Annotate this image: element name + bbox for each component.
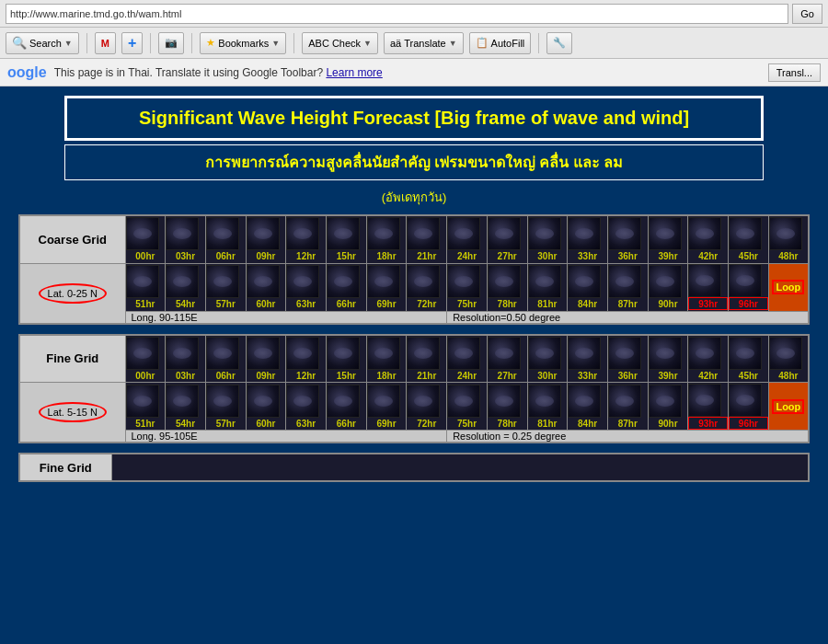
translate-arrow: ▼	[449, 39, 457, 48]
fine-hour-cell-84[interactable]: 84hr	[568, 383, 608, 431]
fine-long-cell: Long. 95-105E	[125, 431, 447, 443]
search-button[interactable]: 🔍 Search ▼	[6, 32, 79, 54]
hour-cell-27[interactable]: 27hr	[487, 215, 527, 263]
coarse-lat-label: Lat. 0-25 N	[39, 283, 107, 304]
fine-hour-cell-03[interactable]: 03hr	[166, 335, 206, 383]
hour-cell-81[interactable]: 81hr	[527, 263, 568, 311]
fine-hour-cell-75[interactable]: 75hr	[447, 383, 488, 431]
hour-cell-51[interactable]: 51hr	[125, 263, 166, 311]
camera-button[interactable]: 📷	[158, 32, 184, 54]
fine-hour-cell-57[interactable]: 57hr	[205, 383, 246, 431]
coarse-grid-table: Coarse Grid 00hr 03hr 06hr 09hr 12hr	[18, 214, 810, 325]
fine-grid2-table: Fine Grid	[18, 453, 810, 482]
translate-label: Translate	[404, 38, 445, 49]
fine-loop-cell[interactable]: Loop	[768, 383, 809, 431]
fine-hour-cell-39[interactable]: 39hr	[648, 335, 688, 383]
fine-hour-cell-72[interactable]: 72hr	[407, 383, 447, 431]
hour-cell-09[interactable]: 09hr	[246, 215, 286, 263]
fine-hour-cell-36[interactable]: 36hr	[607, 335, 648, 383]
fine-hour-cell-15[interactable]: 15hr	[327, 335, 367, 383]
hour-cell-57[interactable]: 57hr	[205, 263, 246, 311]
fine-hour-cell-18[interactable]: 18hr	[366, 335, 407, 383]
hour-cell-39[interactable]: 39hr	[648, 215, 688, 263]
hour-cell-33[interactable]: 33hr	[568, 215, 608, 263]
hour-cell-03[interactable]: 03hr	[166, 215, 206, 263]
autofill-button[interactable]: 📋 AutoFill	[469, 32, 532, 54]
hour-cell-90[interactable]: 90hr	[648, 263, 688, 311]
coarse-loop-cell[interactable]: Loop	[768, 263, 809, 311]
thai-title-box: การพยากรณ์ความสูงคลื่นนัยสำคัญ เฟรมขนาดใ…	[64, 144, 764, 180]
settings-button[interactable]: 🔧	[546, 32, 572, 54]
hour-cell-69[interactable]: 69hr	[366, 263, 407, 311]
hour-cell-96[interactable]: 96hr	[729, 263, 769, 311]
fine-hour-cell-54[interactable]: 54hr	[166, 383, 206, 431]
hour-cell-66[interactable]: 66hr	[327, 263, 367, 311]
translate-page-button[interactable]: Transl...	[768, 63, 821, 82]
hour-cell-93[interactable]: 93hr	[688, 263, 729, 311]
fine-grid-title: Fine Grid	[19, 335, 125, 383]
fine-hour-cell-93[interactable]: 93hr	[688, 383, 729, 431]
fine-hour-cell-81[interactable]: 81hr	[527, 383, 568, 431]
address-input[interactable]	[6, 4, 788, 24]
fine-hour-cell-69[interactable]: 69hr	[366, 383, 407, 431]
fine-hour-cell-27[interactable]: 27hr	[487, 335, 527, 383]
hour-cell-24[interactable]: 24hr	[447, 215, 488, 263]
hour-cell-42[interactable]: 42hr	[688, 215, 729, 263]
fine-hour-cell-78[interactable]: 78hr	[487, 383, 527, 431]
hour-cell-63[interactable]: 63hr	[286, 263, 327, 311]
coarse-long-cell: Long. 90-115E	[125, 311, 447, 324]
fine-hour-cell-63[interactable]: 63hr	[286, 383, 327, 431]
hour-cell-54[interactable]: 54hr	[166, 263, 206, 311]
fine-hour-cell-90[interactable]: 90hr	[648, 383, 688, 431]
hour-cell-21[interactable]: 21hr	[407, 215, 447, 263]
fine-loop-label: Loop	[772, 399, 804, 414]
fine-hour-cell-42[interactable]: 42hr	[688, 335, 729, 383]
fine-hour-cell-48[interactable]: 48hr	[768, 335, 809, 383]
fine-hour-cell-51[interactable]: 51hr	[125, 383, 166, 431]
coarse-lat-cell: Lat. 0-25 N	[19, 263, 125, 324]
update-text: (อัพเดทุกวัน)	[18, 188, 810, 207]
hour-cell-12[interactable]: 12hr	[286, 215, 327, 263]
fine-hour-cell-06[interactable]: 06hr	[205, 335, 246, 383]
hour-cell-36[interactable]: 36hr	[607, 215, 648, 263]
hour-cell-75[interactable]: 75hr	[447, 263, 488, 311]
hour-cell-30[interactable]: 30hr	[527, 215, 568, 263]
fine-hour-cell-30[interactable]: 30hr	[527, 335, 568, 383]
learn-more-link[interactable]: Learn more	[326, 66, 382, 79]
fine-hour-cell-21[interactable]: 21hr	[407, 335, 447, 383]
page-content: Significant Wave Height Forecast [Big fr…	[0, 86, 828, 644]
hour-cell-48[interactable]: 48hr	[768, 215, 809, 263]
hour-cell-78[interactable]: 78hr	[487, 263, 527, 311]
fine-hour-cell-45[interactable]: 45hr	[729, 335, 769, 383]
check-button[interactable]: ABC Check ▼	[302, 32, 378, 54]
plus-button[interactable]: +	[121, 32, 143, 54]
fine-lat-cell: Lat. 5-15 N	[19, 383, 125, 443]
hour-cell-45[interactable]: 45hr	[729, 215, 769, 263]
hour-cell-15[interactable]: 15hr	[327, 215, 367, 263]
fine-hour-cell-96[interactable]: 96hr	[729, 383, 769, 431]
hour-cell-00[interactable]: 00hr	[125, 215, 166, 263]
hour-cell-06[interactable]: 06hr	[205, 215, 246, 263]
translate-button[interactable]: aä Translate ▼	[384, 32, 464, 54]
fine-hour-cell-66[interactable]: 66hr	[327, 383, 367, 431]
fine-hour-cell-12[interactable]: 12hr	[286, 335, 327, 383]
separator4	[293, 33, 294, 53]
hour-cell-60[interactable]: 60hr	[246, 263, 286, 311]
gmail-button[interactable]: M	[95, 32, 116, 54]
fine-lat-label: Lat. 5-15 N	[39, 402, 107, 422]
hour-cell-72[interactable]: 72hr	[407, 263, 447, 311]
fine-hour-cell-00[interactable]: 00hr	[125, 335, 166, 383]
fine-hour-cell-87[interactable]: 87hr	[607, 383, 648, 431]
hour-cell-18[interactable]: 18hr	[366, 215, 407, 263]
go-button[interactable]: Go	[792, 4, 822, 24]
fine-hour-cell-33[interactable]: 33hr	[568, 335, 608, 383]
bookmarks-button[interactable]: ★ Bookmarks ▼	[200, 32, 286, 54]
fine-hour-cell-60[interactable]: 60hr	[246, 383, 286, 431]
fine-hour-cell-24[interactable]: 24hr	[447, 335, 488, 383]
coarse-grid-title: Coarse Grid	[19, 215, 125, 263]
hour-cell-84[interactable]: 84hr	[568, 263, 608, 311]
coarse-resolution-cell: Resolution=0.50 degree	[447, 311, 809, 324]
fine-hour-cell-09[interactable]: 09hr	[246, 335, 286, 383]
hour-cell-87[interactable]: 87hr	[607, 263, 648, 311]
separator2	[150, 33, 151, 53]
